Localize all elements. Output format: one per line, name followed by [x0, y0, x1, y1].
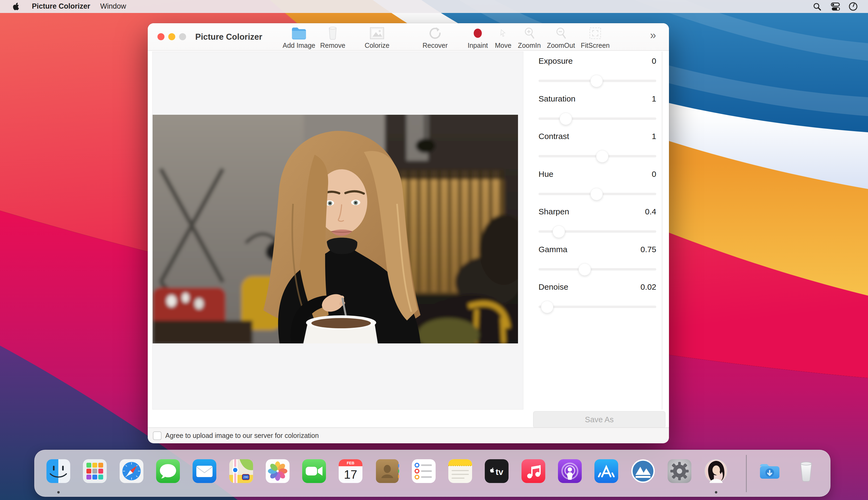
title-bar[interactable]: Picture Colorizer Add Image Remove — [148, 23, 669, 51]
magnifier-minus-icon — [555, 27, 567, 40]
close-button[interactable] — [157, 33, 165, 40]
dock-tv[interactable]: tv — [485, 459, 509, 483]
dock-finder[interactable] — [46, 459, 70, 483]
dock-podcasts[interactable] — [558, 459, 582, 483]
dock-calendar[interactable]: FEB 17 — [339, 459, 362, 483]
slider-label: Gamma — [539, 245, 567, 254]
dock-safari[interactable] — [120, 459, 143, 483]
slider-hue: Hue0 — [539, 170, 656, 207]
folder-add-icon — [291, 27, 306, 39]
dock-separator — [746, 455, 747, 492]
dock-reminders[interactable] — [412, 459, 436, 483]
slider-value: 0.75 — [641, 245, 656, 254]
dock-maps[interactable]: 280 — [229, 459, 253, 483]
refresh-arrow-icon — [428, 26, 442, 40]
colorize-button[interactable]: Colorize — [354, 25, 400, 49]
dock-launchpad[interactable] — [83, 459, 107, 483]
slider-thumb[interactable] — [590, 188, 603, 200]
dock-app-cleaner[interactable] — [631, 459, 655, 483]
slider-gamma: Gamma0.75 — [539, 245, 656, 283]
dock-messages[interactable] — [156, 459, 180, 483]
magnifier-plus-icon — [523, 27, 535, 40]
recover-button[interactable]: Recover — [412, 25, 458, 49]
slider-label: Contrast — [539, 132, 569, 141]
loaded-photo — [153, 115, 518, 343]
dock-appstore[interactable] — [595, 459, 618, 483]
dock-contacts[interactable] — [375, 459, 399, 483]
menubar-app-name[interactable]: Picture Colorizer — [32, 2, 90, 11]
apple-menu-icon[interactable] — [12, 2, 20, 11]
running-indicator — [57, 491, 60, 493]
remove-button[interactable]: Remove — [310, 25, 356, 49]
control-center-icon[interactable] — [831, 2, 841, 11]
svg-text:tv: tv — [496, 467, 504, 477]
menubar-window-menu[interactable]: Window — [100, 2, 126, 11]
dock-mail[interactable] — [193, 459, 216, 483]
dock: 280 — [34, 450, 831, 497]
move-cursor-icon — [500, 29, 507, 37]
slider-label: Denoise — [539, 282, 568, 292]
slider-label: Exposure — [539, 56, 573, 66]
fit-screen-button[interactable]: FitScreen — [572, 25, 618, 49]
dock-trash[interactable] — [794, 459, 818, 483]
slider-saturation: Saturation1 — [539, 94, 656, 132]
slider-value: 0 — [652, 170, 656, 179]
slider-denoise: Denoise0.02 — [539, 282, 656, 320]
image-canvas[interactable] — [152, 52, 523, 410]
slider-exposure: Exposure0 — [539, 56, 656, 94]
window-title: Picture Colorizer — [195, 32, 262, 42]
slider-thumb[interactable] — [560, 113, 572, 125]
running-indicator — [715, 491, 717, 493]
save-as-button[interactable]: Save As — [533, 411, 665, 428]
minimize-button[interactable] — [168, 33, 175, 40]
slider-value: 0.4 — [645, 207, 656, 216]
zoom-button[interactable] — [179, 33, 186, 40]
search-icon[interactable] — [813, 2, 822, 11]
slider-label: Hue — [539, 170, 553, 179]
panel-scrollbar[interactable] — [662, 52, 663, 410]
svg-text:17: 17 — [344, 468, 357, 481]
picture-icon — [370, 27, 384, 39]
dock-photos[interactable] — [266, 459, 290, 483]
dock-music[interactable] — [521, 459, 545, 483]
dock-system-preferences[interactable] — [668, 459, 691, 483]
slider-thumb[interactable] — [590, 75, 603, 87]
slider-value: 0.02 — [641, 282, 656, 292]
dock-notes[interactable] — [448, 459, 472, 483]
adjustments-panel: Exposure0 Saturation1 Contrast1 Hue0 Sha… — [539, 52, 656, 410]
menu-bar: Picture Colorizer Window — [0, 0, 868, 13]
clock-icon[interactable] — [848, 2, 858, 11]
slider-label: Sharpen — [539, 207, 569, 216]
slider-value: 1 — [652, 132, 656, 141]
slider-value: 1 — [652, 94, 656, 103]
trash-icon — [328, 26, 337, 40]
dock-facetime[interactable] — [302, 459, 326, 483]
dock-picture-colorizer[interactable] — [704, 459, 728, 483]
consent-checkbox[interactable] — [153, 431, 161, 440]
dock-downloads[interactable] — [758, 459, 781, 483]
picture-colorizer-window: Picture Colorizer Add Image Remove — [148, 23, 669, 443]
slider-label: Saturation — [539, 94, 575, 103]
consent-label: Agree to upload image to our server for … — [165, 432, 319, 440]
slider-thumb[interactable] — [596, 150, 608, 162]
toolbar-overflow-chevrons[interactable]: » — [650, 29, 654, 41]
desktop: Picture Colorizer Window Picture Coloriz… — [0, 0, 868, 500]
slider-thumb[interactable] — [578, 263, 591, 276]
slider-thumb[interactable] — [553, 225, 565, 238]
slider-contrast: Contrast1 — [539, 132, 656, 170]
svg-text:280: 280 — [243, 475, 248, 479]
slider-value: 0 — [652, 56, 656, 66]
svg-text:FEB: FEB — [347, 461, 354, 465]
slider-sharpen: Sharpen0.4 — [539, 207, 656, 245]
window-footer: Agree to upload image to our server for … — [148, 428, 669, 443]
slider-thumb[interactable] — [541, 301, 553, 313]
fit-corners-icon — [589, 27, 601, 39]
